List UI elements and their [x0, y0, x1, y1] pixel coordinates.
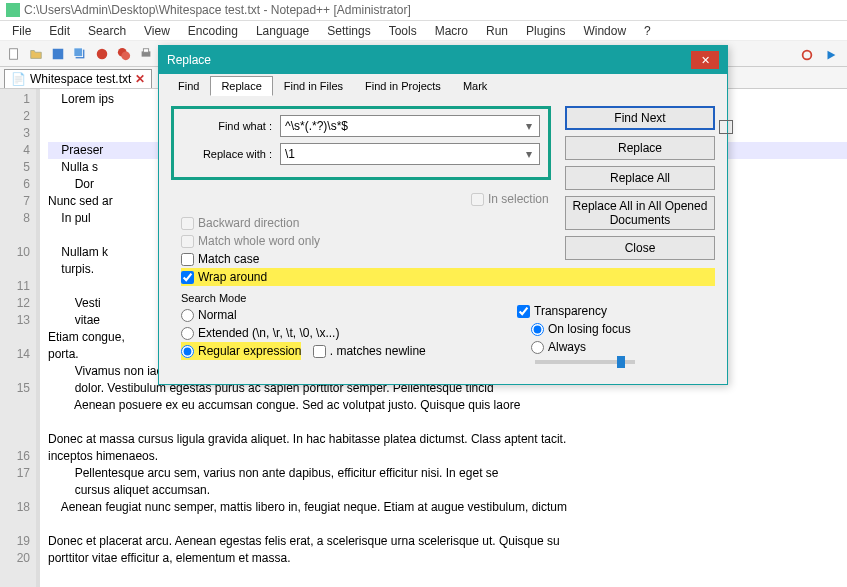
dialog-tab-replace[interactable]: Replace — [210, 76, 272, 96]
menu-edit[interactable]: Edit — [41, 22, 78, 40]
dialog-tab-find-in-projects[interactable]: Find in Projects — [354, 76, 452, 96]
menu-macro[interactable]: Macro — [427, 22, 476, 40]
find-next-toggle-checkbox[interactable] — [719, 120, 733, 134]
wrap-around-checkbox[interactable]: Wrap around — [181, 268, 715, 286]
document-tab[interactable]: 📄 Whitespace test.txt ✕ — [4, 69, 152, 88]
svg-rect-1 — [53, 48, 64, 59]
svg-rect-3 — [74, 47, 83, 56]
menu-plugins[interactable]: Plugins — [518, 22, 573, 40]
svg-point-4 — [97, 48, 108, 59]
transparency-group: Transparency On losing focus Always — [517, 302, 647, 364]
new-file-icon[interactable] — [4, 44, 24, 64]
svg-rect-0 — [10, 48, 18, 59]
menu-encoding[interactable]: Encoding — [180, 22, 246, 40]
svg-point-9 — [803, 51, 812, 60]
find-what-value: ^\s*(.*?)\s*$ — [285, 119, 348, 133]
doc-icon: 📄 — [11, 72, 26, 86]
replace-with-label: Replace with : — [180, 148, 280, 160]
always-radio[interactable]: Always — [531, 338, 647, 356]
transparency-slider[interactable] — [535, 360, 635, 364]
replace-all-button[interactable]: Replace All — [565, 166, 715, 190]
chevron-down-icon[interactable]: ▾ — [521, 146, 537, 162]
search-fields-group: Find what : ^\s*(.*?)\s*$ ▾ Replace with… — [171, 106, 551, 180]
menubar: FileEditSearchViewEncodingLanguageSettin… — [0, 21, 847, 41]
menu-settings[interactable]: Settings — [319, 22, 378, 40]
open-file-icon[interactable] — [26, 44, 46, 64]
doc-tab-label: Whitespace test.txt — [30, 72, 131, 86]
replace-with-input[interactable]: \1 ▾ — [280, 143, 540, 165]
dialog-close-button[interactable]: ✕ — [691, 51, 719, 69]
chevron-down-icon[interactable]: ▾ — [521, 118, 537, 134]
window-title: C:\Users\Admin\Desktop\Whitespace test.t… — [24, 3, 411, 17]
dialog-tab-find-in-files[interactable]: Find in Files — [273, 76, 354, 96]
menu-window[interactable]: Window — [575, 22, 634, 40]
find-next-button[interactable]: Find Next — [565, 106, 715, 130]
line-number-gutter: 1234567810111213141516171819202122 — [0, 89, 40, 587]
menu-?[interactable]: ? — [636, 22, 659, 40]
dialog-tab-mark[interactable]: Mark — [452, 76, 498, 96]
save-icon[interactable] — [48, 44, 68, 64]
window-titlebar: C:\Users\Admin\Desktop\Whitespace test.t… — [0, 0, 847, 21]
menu-run[interactable]: Run — [478, 22, 516, 40]
menu-tools[interactable]: Tools — [381, 22, 425, 40]
play-macro-icon[interactable] — [821, 45, 841, 65]
svg-point-6 — [121, 51, 130, 60]
dialog-title: Replace — [167, 53, 211, 67]
replace-with-value: \1 — [285, 147, 295, 161]
menu-language[interactable]: Language — [248, 22, 317, 40]
transparency-checkbox[interactable]: Transparency — [517, 302, 647, 320]
dialog-titlebar[interactable]: Replace ✕ — [159, 46, 727, 74]
menu-search[interactable]: Search — [80, 22, 134, 40]
replace-all-opened-button[interactable]: Replace All in All Opened Documents — [565, 196, 715, 230]
on-losing-focus-radio[interactable]: On losing focus — [531, 320, 647, 338]
close-icon[interactable] — [92, 44, 112, 64]
svg-rect-8 — [143, 48, 148, 52]
find-what-label: Find what : — [180, 120, 280, 132]
replace-button[interactable]: Replace — [565, 136, 715, 160]
print-icon[interactable] — [136, 44, 156, 64]
dialog-tab-find[interactable]: Find — [167, 76, 210, 96]
close-all-icon[interactable] — [114, 44, 134, 64]
mode-regex-radio[interactable]: Regular expression — [181, 342, 301, 360]
replace-dialog: Replace ✕ FindReplaceFind in FilesFind i… — [158, 45, 728, 385]
menu-file[interactable]: File — [4, 22, 39, 40]
save-all-icon[interactable] — [70, 44, 90, 64]
matches-newline-checkbox[interactable]: . matches newline — [313, 342, 426, 360]
menu-view[interactable]: View — [136, 22, 178, 40]
app-icon — [6, 3, 20, 17]
close-button[interactable]: Close — [565, 236, 715, 260]
toolbar-right — [797, 45, 841, 65]
dialog-buttons: Find Next Replace Replace All Replace Al… — [565, 106, 715, 260]
record-macro-icon[interactable] — [797, 45, 817, 65]
tab-close-icon[interactable]: ✕ — [135, 72, 145, 86]
find-what-input[interactable]: ^\s*(.*?)\s*$ ▾ — [280, 115, 540, 137]
dialog-tabs: FindReplaceFind in FilesFind in Projects… — [159, 74, 727, 96]
